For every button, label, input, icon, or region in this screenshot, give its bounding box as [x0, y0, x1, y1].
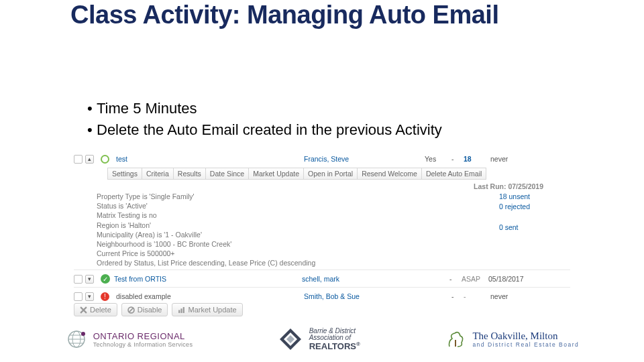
criteria-line: Matrix Testing is no	[97, 210, 315, 220]
email-contact[interactable]: Smith, Bob & Sue	[304, 292, 425, 300]
svg-rect-3	[183, 307, 184, 313]
status-icon	[101, 155, 109, 164]
svg-rect-1	[179, 310, 180, 312]
tab-criteria[interactable]: Criteria	[142, 168, 173, 180]
email-name[interactable]: test	[116, 155, 304, 163]
stat-sent[interactable]: 0 sent	[499, 223, 530, 233]
email-name: disabled example	[116, 292, 304, 300]
svg-rect-2	[181, 308, 182, 313]
logo-line: REALTORS®	[309, 342, 360, 351]
criteria-line: Ordered by Status, List Price descending…	[97, 258, 315, 267]
email-concierge: Yes	[425, 155, 451, 163]
email-name[interactable]: Test from ORTIS	[114, 275, 302, 283]
barrie-realtors-logo: Barrie & District Association of REALTOR…	[277, 326, 360, 353]
status-icon: !	[101, 292, 109, 301]
detail-pane: Property Type is 'Single Family' Status …	[74, 192, 570, 267]
expand-toggle[interactable]: ▾	[85, 275, 94, 284]
bullet-item: •Time 5 Minutes	[87, 99, 442, 119]
email-last: never	[490, 292, 544, 300]
x-icon	[80, 306, 87, 314]
email-dash: -	[449, 275, 462, 283]
slide-title: Class Activity: Managing Auto Email	[70, 1, 584, 28]
globe-icon	[65, 328, 88, 351]
tab-market[interactable]: Market Update	[248, 168, 303, 180]
row-checkbox[interactable]	[74, 292, 83, 301]
bullet-text: Time 5 Minutes	[97, 100, 197, 117]
email-dash: -	[451, 292, 464, 300]
logo-title: The Oakville, Milton	[472, 330, 579, 342]
email-last: 05/18/2017	[488, 275, 542, 283]
delete-button[interactable]: Delete	[74, 303, 117, 316]
stat-unsent[interactable]: 18 unsent	[499, 192, 530, 202]
tab-datesince[interactable]: Date Since	[205, 168, 248, 180]
tab-open[interactable]: Open in Portal	[303, 168, 357, 180]
tab-settings[interactable]: Settings	[107, 168, 142, 180]
ontario-regional-logo: ONTARIO REGIONAL Technology & Informatio…	[65, 328, 193, 351]
bullet-text: Delete the Auto Email created in the pre…	[97, 121, 442, 138]
tab-delete[interactable]: Delete Auto Email	[421, 168, 486, 180]
chart-icon	[178, 306, 185, 314]
tree-icon	[444, 328, 467, 351]
email-row[interactable]: ▴ test Francis, Steve Yes - 18 never	[74, 153, 570, 165]
tab-results[interactable]: Results	[173, 168, 205, 180]
criteria-line: Region is 'Halton'	[97, 221, 315, 230]
criteria-line: Municipality (Area) is '1 - Oakville'	[97, 230, 315, 239]
svg-point-6	[81, 332, 85, 336]
email-row[interactable]: ▾ ! disabled example Smith, Bob & Sue - …	[74, 290, 570, 302]
detail-tabs: Settings Criteria Results Date Since Mar…	[107, 168, 570, 180]
bullet-list: •Time 5 Minutes •Delete the Auto Email c…	[87, 99, 442, 142]
button-label: Disable	[138, 306, 162, 314]
criteria-line: Neighbourhood is '1000 - BC Bronte Creek…	[97, 239, 315, 249]
last-run-label: Last Run: 07/25/2019	[74, 182, 570, 190]
action-bar: Delete Disable Market Update	[74, 303, 243, 316]
expand-toggle[interactable]: ▾	[85, 292, 94, 301]
email-contact[interactable]: Francis, Steve	[304, 155, 425, 163]
row-checkbox[interactable]	[74, 155, 83, 164]
logo-title: ONTARIO REGIONAL	[93, 331, 193, 341]
disable-button[interactable]: Disable	[121, 303, 168, 316]
email-dash: -	[451, 155, 464, 163]
slide: Class Activity: Managing Auto Email •Tim…	[0, 0, 644, 362]
criteria-line: Status is 'Active'	[97, 201, 315, 210]
criteria-list: Property Type is 'Single Family' Status …	[97, 192, 315, 267]
stats-block: 18 unsent 0 rejected 0 sent	[499, 192, 530, 267]
button-label: Delete	[90, 306, 111, 314]
criteria-line: Property Type is 'Single Family'	[97, 192, 315, 201]
bullet-item: •Delete the Auto Email created in the pr…	[87, 120, 442, 140]
row-checkbox[interactable]	[74, 275, 83, 284]
logo-subtitle: Technology & Information Services	[93, 341, 193, 348]
screenshot-panel: ▴ test Francis, Steve Yes - 18 never Set…	[74, 150, 570, 294]
status-icon: ✓	[101, 274, 110, 284]
email-count: -	[464, 292, 490, 300]
diamond-icon	[277, 326, 304, 353]
email-contact[interactable]: schell, mark	[302, 275, 423, 283]
tab-resend[interactable]: Resend Welcome	[357, 168, 421, 180]
email-count[interactable]: 18	[464, 155, 490, 163]
email-count: ASAP	[462, 275, 488, 283]
email-last: never	[490, 155, 544, 163]
oakville-logo: The Oakville, Milton and District Real E…	[444, 328, 579, 351]
logo-subtitle: and District Real Estate Board	[472, 342, 579, 348]
criteria-line: Current Price is 500000+	[97, 249, 315, 258]
footer-logos: ONTARIO REGIONAL Technology & Informatio…	[0, 326, 644, 353]
disable-icon	[127, 306, 135, 314]
stat-rejected[interactable]: 0 rejected	[499, 202, 530, 212]
email-row[interactable]: ▾ ✓ Test from ORTIS schell, mark - ASAP …	[74, 273, 570, 285]
expand-toggle[interactable]: ▴	[85, 155, 94, 164]
market-update-button[interactable]: Market Update	[172, 303, 242, 316]
button-label: Market Update	[188, 306, 236, 314]
